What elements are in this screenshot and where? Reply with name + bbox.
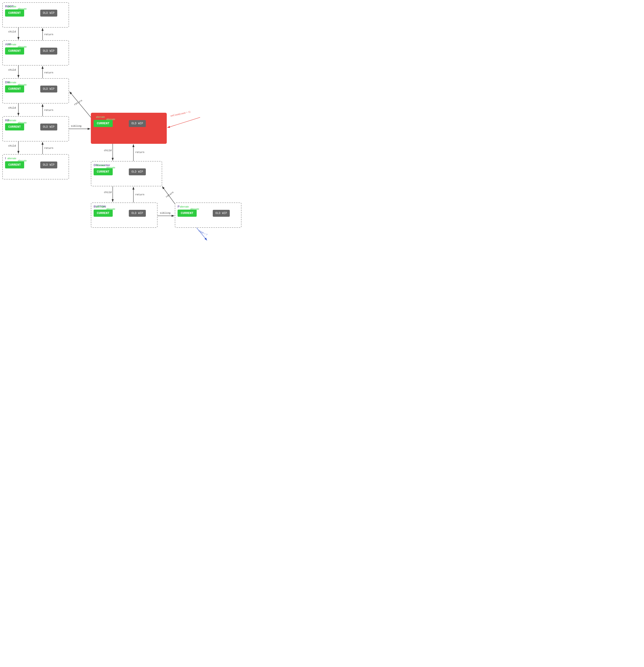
div-counter-alt1: alternate: [96, 164, 105, 166]
counter-divcounter-return-label: return: [135, 151, 145, 154]
p-alt1: alternate: [180, 206, 189, 208]
h2-alt1: alternate: [7, 119, 16, 122]
p-oldwip-btn: OLD WIP: [213, 210, 230, 217]
div-current-btn: CURRENT: [5, 85, 24, 93]
count-val-label: count = 7: [198, 229, 208, 236]
divcounter-button-child-label: child: [104, 191, 112, 194]
counter-node: COUNTER CURRENT alternate alternate OLD …: [91, 113, 167, 144]
i-alt1: alternate: [7, 157, 16, 160]
div-counter-current-btn: CURRENT: [94, 168, 113, 175]
app-current-btn: CURRENT: [5, 47, 24, 54]
counter-alt2: alternate: [106, 118, 115, 120]
h2-alt2: alternate: [18, 121, 27, 124]
app-oldwip-btn: OLD WIP: [40, 48, 57, 54]
app-node: APP CURRENT alternate alternate OLD WIP: [2, 40, 69, 66]
h2-node: H2 CURRENT alternate alternate OLD WIP: [2, 116, 69, 142]
p-divcounter-return-label: return: [165, 191, 174, 198]
app-div-child-label: child: [8, 68, 16, 71]
root-alt2: alternate: [18, 7, 27, 10]
counter-alt1: alternate: [96, 116, 105, 118]
counter-oldwip-btn: OLD WIP: [129, 120, 146, 127]
root-alt1: alternate: [7, 5, 16, 8]
button-current-btn: CURRENT: [94, 210, 113, 217]
h2-i-return-label: return: [44, 147, 53, 149]
p-alt2: alternate: [190, 208, 199, 210]
counter-divcounter-child-label: child: [104, 149, 112, 152]
div-counter-return-label: return: [73, 99, 83, 106]
button-node: BUTTON CURRENT alternate alternate OLD W…: [91, 202, 158, 228]
i-oldwip-btn: OLD WIP: [40, 162, 57, 168]
i-current-btn: CURRENT: [5, 161, 24, 168]
button-alt2: alternate: [106, 208, 115, 210]
counter-current-btn: CURRENT: [94, 120, 113, 127]
root-app-return-label: return: [44, 33, 53, 36]
div-h2-return-label: return: [44, 109, 53, 112]
setcount-label: setCount(count + 1): [170, 110, 191, 117]
root-node: ROOT CURRENT alternate alternate OLD WIP: [2, 2, 69, 28]
root-oldwip-btn: OLD WIP: [40, 10, 57, 17]
div-counter-return-arrow: [69, 92, 91, 117]
h2-current-btn: CURRENT: [5, 123, 24, 130]
div-alt1: alternate: [7, 81, 16, 84]
root-current-btn: CURRENT: [5, 10, 24, 17]
i-node: I CURRENT alternate alternate OLD WIP: [2, 154, 69, 179]
button-p-sibling-label: sibling: [160, 212, 170, 214]
div-h2-child-label: child: [8, 107, 16, 109]
div-counter-oldwip-btn: OLD WIP: [129, 168, 146, 175]
app-div-return-label: return: [44, 71, 53, 74]
setcount-arrow: [167, 117, 200, 128]
button-oldwip-btn: OLD WIP: [129, 210, 146, 217]
button-alt1: alternate: [96, 206, 105, 208]
p-node: P CURRENT alternate alternate OLD WIP: [175, 202, 242, 228]
app-alt2: alternate: [18, 46, 27, 48]
divcounter-button-return-label: return: [135, 193, 145, 196]
div-alt2: alternate: [18, 83, 27, 86]
i-alt2: alternate: [18, 160, 27, 162]
h2-oldwip-btn: OLD WIP: [40, 124, 57, 130]
div-counter-alt2: alternate: [106, 166, 115, 169]
div-counter-node: DIV.counter CURRENT alternate alternate …: [91, 161, 162, 186]
div-node: DIV CURRENT alternate alternate OLD WIP: [2, 78, 69, 103]
root-app-child-label: child: [8, 30, 16, 33]
h2-counter-sibling-label: sibling: [71, 125, 81, 128]
div-oldwip-btn: OLD WIP: [40, 86, 57, 93]
h2-i-child-label: child: [8, 145, 16, 147]
app-alt1: alternate: [7, 43, 16, 46]
p-current-btn: CURRENT: [178, 210, 197, 217]
